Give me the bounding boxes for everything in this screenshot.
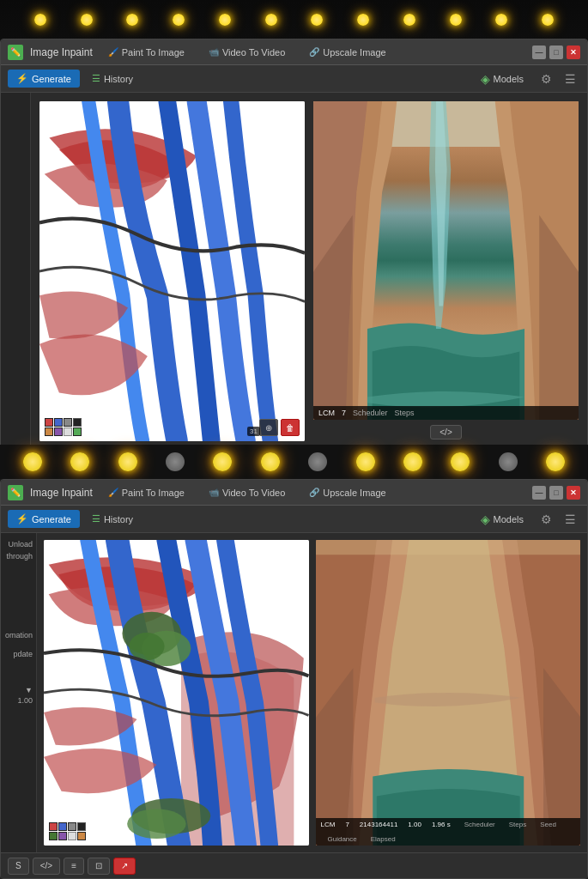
generate-icon-bottom: ⚡: [16, 513, 28, 524]
grid-button-bottom[interactable]: ⊡: [88, 858, 110, 875]
s-button[interactable]: S: [8, 858, 29, 875]
settings-button-bottom[interactable]: ⚙: [536, 509, 556, 530]
title-bar-left: ✏️ Image Inpaint 🖌️ Paint To Image 📹 Vid…: [8, 44, 532, 61]
image-info-bottom: LCM 7 2143164411 1.00 1.96 s: [316, 818, 581, 846]
video-icon-bottom: 📹: [209, 488, 219, 497]
upscale-icon-bottom: 🔗: [309, 488, 319, 497]
models-button-bottom[interactable]: ◈ Models: [472, 509, 532, 530]
delete-tool-btn[interactable]: 🗑: [281, 419, 300, 436]
light-bulb-12: [542, 14, 554, 26]
mid-light-10: [451, 452, 470, 471]
expand-button-bottom[interactable]: ↗: [113, 858, 136, 875]
minimize-button-bottom[interactable]: —: [532, 486, 546, 500]
paint-canvas-top[interactable]: ⊕ 🗑 31: [39, 101, 305, 441]
color-swatch-blue[interactable]: [54, 418, 63, 427]
color-swatch-black-b[interactable]: [77, 822, 86, 831]
color-palette-bottom: [49, 822, 90, 840]
models-icon-bottom: ◈: [481, 512, 490, 526]
minimize-button-top[interactable]: —: [532, 45, 546, 59]
title-bar-left-bottom: ✏️ Image Inpaint 🖌️ Paint To Image 📹 Vid…: [8, 484, 532, 501]
mid-light-4: [166, 452, 185, 471]
color-swatch-red[interactable]: [45, 418, 53, 427]
result-image-top: LCM 7 Scheduler Steps: [313, 101, 579, 420]
svg-point-5: [129, 633, 164, 660]
code-button-bottom[interactable]: </>: [33, 858, 60, 875]
code-button-top[interactable]: </>: [430, 425, 461, 440]
dropdown-indicator[interactable]: ▼: [25, 686, 33, 694]
paint-icon-top: 🖌️: [108, 47, 118, 57]
tab-video-top[interactable]: 📹 Video To Video: [200, 44, 294, 61]
tab-video-label-bottom: Video To Video: [222, 488, 285, 498]
maximize-button-top[interactable]: □: [549, 45, 563, 59]
list-button-bottom[interactable]: ☰: [560, 509, 580, 530]
mid-light-7: [308, 452, 327, 471]
guidance-value-bottom: 1.00: [408, 821, 421, 828]
history-label-top: History: [104, 74, 133, 84]
tab-paint-to-image-top[interactable]: 🖌️ Paint To Image: [100, 44, 193, 61]
value-display: 1.00: [17, 696, 33, 705]
light-bulb-11: [495, 14, 507, 26]
color-swatch-green[interactable]: [73, 427, 82, 436]
history-label-bottom: History: [104, 514, 133, 524]
elapsed-label-bottom: Elapsed: [371, 835, 396, 843]
color-swatch-blue-b[interactable]: [58, 822, 67, 831]
result-panel-bottom: LCM 7 2143164411 1.00 1.96 s: [316, 540, 581, 846]
tab-upscale-label-top: Upscale Image: [323, 47, 385, 58]
close-button-top[interactable]: ✕: [567, 45, 580, 59]
video-icon-top: 📹: [209, 47, 219, 57]
svg-point-7: [127, 809, 186, 839]
tab-upscale-top[interactable]: 🔗 Upscale Image: [300, 44, 394, 61]
color-swatch-red-b[interactable]: [49, 822, 58, 831]
light-bulb-10: [450, 14, 462, 26]
window-bottom: ✏️ Image Inpaint 🖌️ Paint To Image 📹 Vid…: [0, 479, 588, 879]
color-swatch-white-b[interactable]: [68, 832, 76, 840]
tab-upscale-bottom[interactable]: 🔗 Upscale Image: [300, 484, 394, 501]
history-icon-top: ☰: [92, 73, 100, 84]
history-button-bottom[interactable]: ☰ History: [83, 510, 142, 528]
title-bar-bottom: ✏️ Image Inpaint 🖌️ Paint To Image 📹 Vid…: [1, 480, 587, 506]
guidance-label-bottom: Guidance: [328, 835, 357, 843]
value-controls: ▼ 1.00: [3, 686, 34, 705]
maximize-button-bottom[interactable]: □: [549, 486, 563, 500]
color-swatch-purple[interactable]: [54, 427, 63, 436]
color-swatch-white[interactable]: [64, 427, 72, 436]
menu-button-bottom[interactable]: ≡: [64, 858, 84, 875]
paint-icon-bottom: 🖌️: [108, 488, 118, 497]
upscale-icon-top: 🔗: [309, 47, 319, 57]
generate-button-bottom[interactable]: ⚡ Generate: [8, 510, 80, 528]
tab-paint-bottom[interactable]: 🖌️ Paint To Image: [100, 484, 193, 501]
settings-button-top[interactable]: ⚙: [536, 69, 556, 89]
color-swatch-purple-b[interactable]: [58, 832, 67, 840]
canyon-svg: [313, 101, 579, 420]
color-swatch-gray[interactable]: [64, 418, 72, 427]
window-controls-top: — □ ✕: [532, 45, 580, 59]
title-bar-top: ✏️ Image Inpaint 🖌️ Paint To Image 📹 Vid…: [1, 39, 587, 65]
left-sidebar-top: [1, 93, 31, 450]
color-swatch-green-b[interactable]: [49, 832, 58, 840]
light-bulb-9: [403, 14, 415, 26]
models-button-top[interactable]: ◈ Models: [472, 69, 532, 89]
light-bulb-7: [311, 14, 323, 26]
color-swatch-black[interactable]: [73, 418, 82, 427]
paint-canvas-bottom[interactable]: [44, 540, 309, 846]
tab-video-bottom[interactable]: 📹 Video To Video: [200, 484, 294, 501]
light-bulb-1: [34, 14, 46, 26]
generate-button-top[interactable]: ⚡ Generate: [8, 70, 80, 88]
automation-label: omation: [3, 631, 34, 640]
list-button-top[interactable]: ☰: [560, 69, 580, 89]
toolbar-top: ⚡ Generate ☰ History ◈ Models ⚙ ☰: [1, 65, 587, 93]
mid-light-11: [499, 452, 518, 471]
history-icon-bottom: ☰: [92, 513, 100, 524]
move-tool-btn[interactable]: ⊕: [259, 419, 278, 436]
color-swatch-orange-b[interactable]: [77, 832, 86, 840]
scheduler-label-top: Scheduler: [353, 409, 388, 417]
scheduler-label-bottom: Scheduler: [464, 821, 495, 828]
result-image-bottom: LCM 7 2143164411 1.00 1.96 s: [316, 540, 581, 846]
toolbar-bottom: ⚡ Generate ☰ History ◈ Models ⚙ ☰: [1, 506, 587, 533]
window-top: ✏️ Image Inpaint 🖌️ Paint To Image 📹 Vid…: [0, 39, 588, 451]
close-button-bottom[interactable]: ✕: [567, 486, 580, 500]
image-info-top: LCM 7 Scheduler Steps: [313, 406, 579, 420]
color-swatch-orange[interactable]: [45, 427, 53, 436]
color-swatch-gray-b[interactable]: [68, 822, 76, 831]
history-button-top[interactable]: ☰ History: [83, 70, 142, 88]
